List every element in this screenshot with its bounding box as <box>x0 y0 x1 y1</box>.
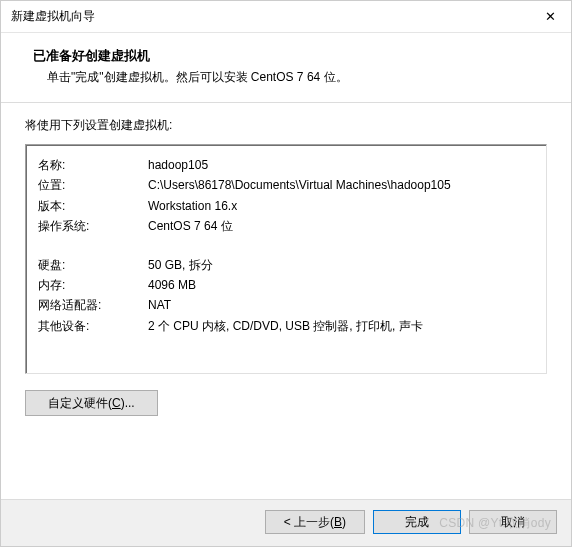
summary-label: 其他设备: <box>38 316 148 336</box>
summary-label: 名称: <box>38 155 148 175</box>
summary-row: 其他设备: 2 个 CPU 内核, CD/DVD, USB 控制器, 打印机, … <box>38 316 534 336</box>
summary-box: 名称: hadoop105 位置: C:\Users\86178\Documen… <box>25 144 547 374</box>
page-heading: 已准备好创建虚拟机 <box>33 47 547 65</box>
summary-value: hadoop105 <box>148 155 534 175</box>
summary-label: 操作系统: <box>38 216 148 236</box>
summary-value: CentOS 7 64 位 <box>148 216 534 236</box>
summary-value: 50 GB, 拆分 <box>148 255 534 275</box>
finish-button[interactable]: 完成 <box>373 510 461 534</box>
summary-row: 内存: 4096 MB <box>38 275 534 295</box>
summary-row: 网络适配器: NAT <box>38 295 534 315</box>
summary-row: 操作系统: CentOS 7 64 位 <box>38 216 534 236</box>
summary-intro: 将使用下列设置创建虚拟机: <box>25 117 547 134</box>
wizard-content: 将使用下列设置创建虚拟机: 名称: hadoop105 位置: C:\Users… <box>1 102 571 499</box>
button-label-pre: 自定义硬件( <box>48 396 112 410</box>
summary-value: NAT <box>148 295 534 315</box>
title-bar: 新建虚拟机向导 ✕ <box>1 1 571 33</box>
close-icon: ✕ <box>545 9 556 24</box>
summary-row: 名称: hadoop105 <box>38 155 534 175</box>
summary-value: 2 个 CPU 内核, CD/DVD, USB 控制器, 打印机, 声卡 <box>148 316 534 336</box>
window-title: 新建虚拟机向导 <box>11 8 95 25</box>
page-subtext: 单击"完成"创建虚拟机。然后可以安装 CentOS 7 64 位。 <box>47 69 547 86</box>
wizard-footer: < 上一步(B) 完成 取消 CSDN @Yt.取消ody <box>1 499 571 546</box>
summary-row: 位置: C:\Users\86178\Documents\Virtual Mac… <box>38 175 534 195</box>
customize-hardware-button[interactable]: 自定义硬件(C)... <box>25 390 158 416</box>
summary-label: 硬盘: <box>38 255 148 275</box>
summary-row: 硬盘: 50 GB, 拆分 <box>38 255 534 275</box>
summary-value: C:\Users\86178\Documents\Virtual Machine… <box>148 175 534 195</box>
button-label-pre: < 上一步( <box>284 515 334 529</box>
wizard-header: 已准备好创建虚拟机 单击"完成"创建虚拟机。然后可以安装 CentOS 7 64… <box>1 33 571 102</box>
close-button[interactable]: ✕ <box>529 1 571 33</box>
summary-value: Workstation 16.x <box>148 196 534 216</box>
summary-label: 网络适配器: <box>38 295 148 315</box>
summary-value: 4096 MB <box>148 275 534 295</box>
summary-row: 版本: Workstation 16.x <box>38 196 534 216</box>
button-label-post: ) <box>342 515 346 529</box>
summary-label: 版本: <box>38 196 148 216</box>
summary-label: 内存: <box>38 275 148 295</box>
button-accelerator: B <box>334 515 342 529</box>
button-label-post: )... <box>121 396 135 410</box>
summary-label: 位置: <box>38 175 148 195</box>
back-button[interactable]: < 上一步(B) <box>265 510 365 534</box>
button-accelerator: C <box>112 396 121 410</box>
cancel-button[interactable]: 取消 <box>469 510 557 534</box>
summary-gap <box>38 237 534 255</box>
